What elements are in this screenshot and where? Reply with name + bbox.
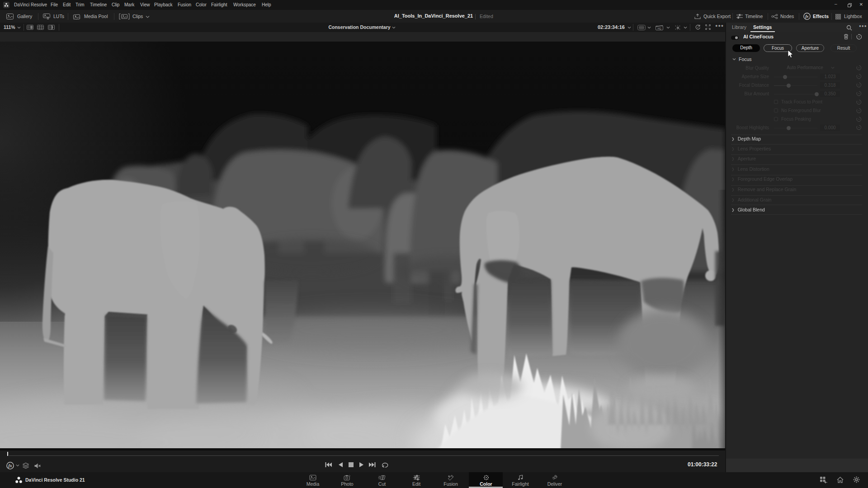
svg-text:HQ: HQ — [657, 27, 661, 30]
svg-text:fx: fx — [805, 14, 809, 19]
svg-text:fx: fx — [9, 464, 12, 468]
